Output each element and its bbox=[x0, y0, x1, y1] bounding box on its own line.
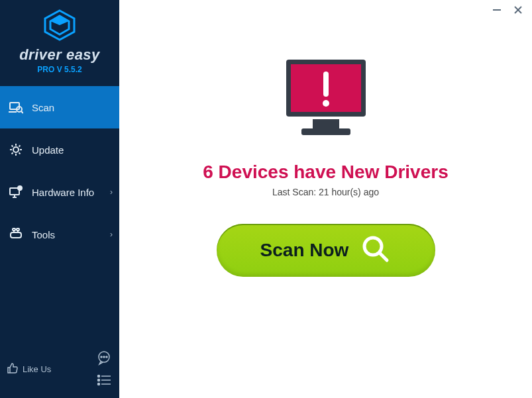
close-button[interactable] bbox=[512, 4, 524, 16]
status-headline: 6 Devices have New Drivers bbox=[203, 162, 448, 183]
svg-point-25 bbox=[98, 375, 100, 377]
scan-now-label: Scan Now bbox=[260, 240, 349, 261]
sidebar-item-hardware-info[interactable]: i Hardware Info › bbox=[0, 171, 119, 213]
sidebar-item-tools[interactable]: Tools › bbox=[0, 213, 119, 256]
brand-name: driver easy bbox=[8, 46, 111, 64]
main-panel: 6 Devices have New Drivers Last Scan: 21… bbox=[119, 0, 532, 398]
svg-rect-19 bbox=[13, 228, 15, 230]
hardware-icon: i bbox=[8, 184, 24, 200]
feedback-icon[interactable] bbox=[95, 349, 113, 366]
alert-monitor-icon bbox=[276, 53, 376, 148]
svg-point-22 bbox=[101, 356, 102, 358]
svg-rect-20 bbox=[17, 228, 19, 230]
logo-icon bbox=[8, 9, 111, 44]
svg-line-38 bbox=[380, 253, 387, 260]
logo-area: driver easy PRO V 5.5.2 bbox=[0, 0, 119, 78]
svg-rect-34 bbox=[301, 128, 350, 135]
sidebar-item-label: Hardware Info bbox=[32, 187, 94, 198]
scan-now-button[interactable]: Scan Now bbox=[217, 224, 435, 277]
svg-point-36 bbox=[323, 100, 329, 107]
svg-rect-6 bbox=[10, 103, 19, 109]
minimize-button[interactable] bbox=[491, 4, 503, 16]
sidebar-item-scan[interactable]: Scan bbox=[0, 86, 119, 128]
thumbs-up-icon bbox=[7, 362, 19, 376]
sidebar-item-label: Update bbox=[32, 144, 64, 156]
svg-point-29 bbox=[98, 383, 100, 385]
svg-point-23 bbox=[103, 356, 105, 358]
svg-point-27 bbox=[98, 379, 100, 381]
sidebar-item-label: Scan bbox=[32, 102, 54, 113]
sidebar: driver easy PRO V 5.5.2 Scan bbox=[0, 0, 119, 398]
svg-rect-16 bbox=[11, 232, 21, 238]
like-us-label: Like Us bbox=[23, 364, 51, 374]
svg-marker-5 bbox=[50, 16, 69, 25]
svg-rect-33 bbox=[313, 119, 339, 128]
gear-icon bbox=[8, 142, 24, 158]
like-us-button[interactable]: Like Us bbox=[7, 362, 51, 376]
svg-point-24 bbox=[106, 356, 107, 358]
scan-icon bbox=[8, 99, 24, 115]
chevron-right-icon: › bbox=[110, 187, 113, 197]
tools-icon bbox=[8, 226, 24, 242]
last-scan-text: Last Scan: 21 hour(s) ago bbox=[272, 187, 379, 197]
menu-icon[interactable] bbox=[95, 372, 113, 389]
version-label: PRO V 5.5.2 bbox=[8, 65, 111, 74]
svg-point-10 bbox=[13, 147, 19, 152]
sidebar-item-update[interactable]: Update bbox=[0, 128, 119, 171]
svg-line-9 bbox=[21, 111, 23, 113]
sidebar-item-label: Tools bbox=[32, 229, 55, 240]
search-icon bbox=[360, 234, 391, 267]
chevron-right-icon: › bbox=[110, 230, 113, 239]
